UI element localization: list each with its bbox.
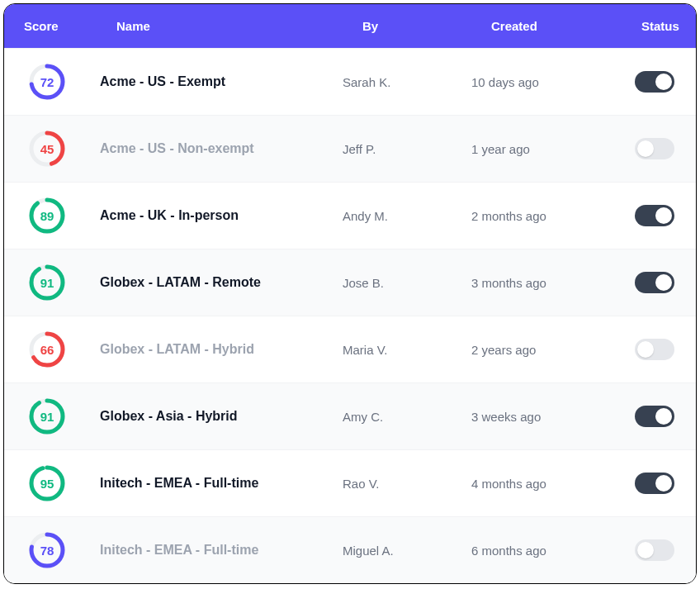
name-cell[interactable]: Globex - LATAM - Remote bbox=[97, 275, 343, 290]
name-cell[interactable]: Acme - US - Non-exempt bbox=[97, 141, 343, 156]
header-status[interactable]: Status bbox=[622, 19, 697, 33]
score-ring-icon: 72 bbox=[29, 64, 65, 100]
table-row[interactable]: 78Initech - EMEA - Full-timeMiguel A.6 m… bbox=[4, 516, 696, 583]
score-value: 91 bbox=[29, 398, 65, 435]
toggle-knob bbox=[637, 341, 654, 358]
toggle-knob bbox=[655, 408, 672, 425]
name-cell[interactable]: Acme - US - Exempt bbox=[97, 74, 343, 89]
status-cell bbox=[622, 71, 697, 93]
created-cell: 1 year ago bbox=[471, 142, 622, 156]
created-cell: 10 days ago bbox=[471, 75, 622, 89]
name-cell[interactable]: Initech - EMEA - Full-time bbox=[97, 476, 343, 491]
by-cell: Amy C. bbox=[343, 410, 471, 424]
table-row[interactable]: 89Acme - UK - In-personAndy M.2 months a… bbox=[4, 182, 696, 249]
header-name[interactable]: Name bbox=[97, 19, 343, 33]
name-cell[interactable]: Acme - UK - In-person bbox=[97, 208, 343, 223]
table-row[interactable]: 66Globex - LATAM - HybridMaria V.2 years… bbox=[4, 316, 696, 382]
status-toggle[interactable] bbox=[635, 272, 674, 293]
score-ring-icon: 45 bbox=[29, 131, 65, 167]
status-toggle[interactable] bbox=[635, 71, 674, 93]
toggle-knob bbox=[655, 475, 672, 492]
score-ring-icon: 89 bbox=[29, 197, 65, 234]
header-score[interactable]: Score bbox=[4, 19, 97, 33]
created-cell: 2 months ago bbox=[471, 209, 622, 223]
toggle-knob bbox=[655, 74, 672, 90]
score-value: 78 bbox=[29, 532, 65, 568]
score-cell: 91 bbox=[4, 264, 97, 301]
created-cell: 3 months ago bbox=[471, 276, 622, 290]
by-cell: Sarah K. bbox=[343, 75, 471, 89]
score-cell: 89 bbox=[4, 197, 97, 234]
score-value: 91 bbox=[29, 264, 65, 301]
table-row[interactable]: 91Globex - LATAM - RemoteJose B.3 months… bbox=[4, 249, 696, 316]
toggle-knob bbox=[637, 140, 654, 157]
score-cell: 95 bbox=[4, 465, 97, 501]
data-table: Score Name By Created Status 72Acme - US… bbox=[3, 3, 697, 584]
status-cell bbox=[622, 339, 697, 360]
by-cell: Jeff P. bbox=[343, 142, 471, 156]
status-toggle[interactable] bbox=[635, 406, 674, 427]
status-cell bbox=[622, 138, 697, 159]
score-cell: 72 bbox=[4, 64, 97, 100]
score-cell: 91 bbox=[4, 398, 97, 435]
name-cell[interactable]: Globex - LATAM - Hybrid bbox=[97, 342, 343, 357]
score-cell: 45 bbox=[4, 131, 97, 167]
toggle-knob bbox=[655, 274, 672, 291]
score-value: 95 bbox=[29, 465, 65, 501]
header-created[interactable]: Created bbox=[471, 19, 622, 33]
toggle-knob bbox=[637, 542, 654, 558]
table-row[interactable]: 95Initech - EMEA - Full-timeRao V.4 mont… bbox=[4, 449, 696, 516]
by-cell: Rao V. bbox=[343, 477, 471, 491]
score-value: 66 bbox=[29, 331, 65, 368]
status-toggle[interactable] bbox=[635, 205, 674, 226]
score-ring-icon: 66 bbox=[29, 331, 65, 368]
score-value: 89 bbox=[29, 197, 65, 234]
status-cell bbox=[622, 205, 697, 226]
name-cell[interactable]: Globex - Asia - Hybrid bbox=[97, 409, 343, 424]
table-body: 72Acme - US - ExemptSarah K.10 days ago4… bbox=[4, 48, 696, 583]
by-cell: Maria V. bbox=[343, 343, 471, 357]
score-value: 72 bbox=[29, 64, 65, 100]
status-toggle[interactable] bbox=[635, 339, 674, 360]
by-cell: Miguel A. bbox=[343, 544, 471, 558]
toggle-knob bbox=[655, 207, 672, 224]
score-ring-icon: 78 bbox=[29, 532, 65, 568]
status-toggle[interactable] bbox=[635, 138, 674, 159]
score-ring-icon: 95 bbox=[29, 465, 65, 501]
table-header-row: Score Name By Created Status bbox=[4, 4, 696, 48]
by-cell: Jose B. bbox=[343, 276, 471, 290]
status-cell bbox=[622, 272, 697, 293]
score-ring-icon: 91 bbox=[29, 398, 65, 435]
score-cell: 78 bbox=[4, 532, 97, 568]
status-toggle[interactable] bbox=[635, 539, 674, 561]
score-value: 45 bbox=[29, 131, 65, 167]
by-cell: Andy M. bbox=[343, 209, 471, 223]
status-toggle[interactable] bbox=[635, 473, 674, 494]
header-by[interactable]: By bbox=[343, 19, 471, 33]
table-row[interactable]: 45Acme - US - Non-exemptJeff P.1 year ag… bbox=[4, 115, 696, 182]
score-ring-icon: 91 bbox=[29, 264, 65, 301]
created-cell: 2 years ago bbox=[471, 343, 622, 357]
score-cell: 66 bbox=[4, 331, 97, 368]
status-cell bbox=[622, 406, 697, 427]
created-cell: 6 months ago bbox=[471, 544, 622, 558]
status-cell bbox=[622, 539, 697, 561]
name-cell[interactable]: Initech - EMEA - Full-time bbox=[97, 543, 343, 558]
table-row[interactable]: 72Acme - US - ExemptSarah K.10 days ago bbox=[4, 48, 696, 115]
table-row[interactable]: 91Globex - Asia - HybridAmy C.3 weeks ag… bbox=[4, 382, 696, 449]
created-cell: 3 weeks ago bbox=[471, 410, 622, 424]
created-cell: 4 months ago bbox=[471, 477, 622, 491]
status-cell bbox=[622, 473, 697, 494]
